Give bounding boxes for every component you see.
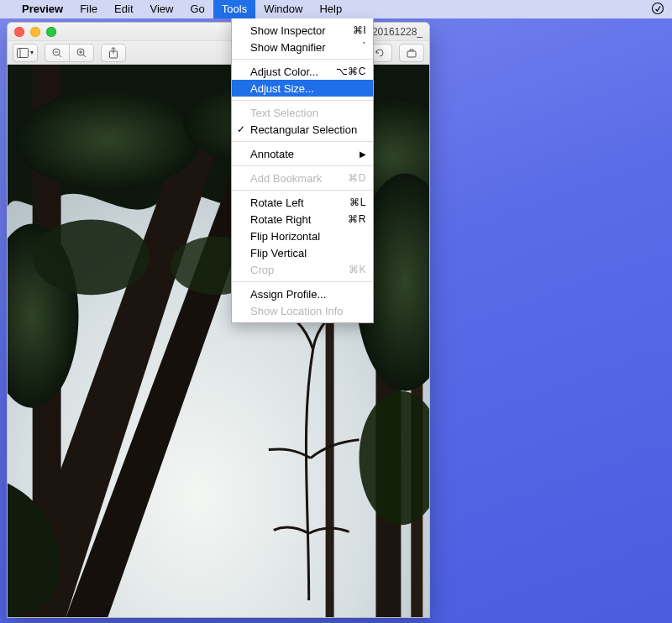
svg-point-25 bbox=[33, 219, 150, 295]
tools-dropdown-menu[interactable]: Show Inspector⌘IShow Magnifier`Adjust Co… bbox=[231, 18, 374, 323]
menu-separator bbox=[232, 281, 373, 282]
menu-item-shortcut: ⌘R bbox=[348, 213, 366, 225]
menu-item-label: Rectangular Selection bbox=[250, 123, 366, 136]
macos-menubar: PreviewFileEditViewGoToolsWindowHelp bbox=[0, 0, 672, 18]
menu-item-annotate[interactable]: Annotate▶ bbox=[232, 145, 373, 162]
menu-separator bbox=[232, 59, 373, 60]
chevron-down-icon: ▾ bbox=[30, 49, 34, 56]
svg-point-0 bbox=[653, 3, 664, 13]
menu-item-label: Show Location Info bbox=[250, 305, 366, 317]
menu-item-shortcut: ⌘D bbox=[348, 172, 366, 184]
menu-item-rotate-left[interactable]: Rotate Left⌘L bbox=[232, 194, 373, 211]
menu-separator bbox=[232, 165, 373, 166]
menu-item-rotate-right[interactable]: Rotate Right⌘R bbox=[232, 211, 373, 228]
markup-button[interactable] bbox=[399, 44, 424, 62]
menu-item-label: Annotate bbox=[250, 148, 360, 160]
menu-item-adjust-size[interactable]: Adjust Size... bbox=[232, 80, 373, 97]
menu-item-flip-horizontal[interactable]: Flip Horizontal bbox=[232, 228, 373, 244]
submenu-arrow-icon: ▶ bbox=[360, 149, 366, 159]
svg-line-4 bbox=[59, 55, 61, 57]
menu-item-show-location-info: Show Location Info bbox=[232, 302, 373, 319]
menu-item-show-magnifier[interactable]: Show Magnifier` bbox=[232, 39, 373, 55]
menu-item-label: Show Magnifier bbox=[250, 41, 363, 54]
menu-item-shortcut: ` bbox=[363, 41, 367, 53]
menubar-item-tools[interactable]: Tools bbox=[213, 0, 255, 18]
svg-point-20 bbox=[16, 90, 200, 191]
menu-item-add-bookmark: Add Bookmark⌘D bbox=[232, 170, 373, 186]
checkmark-icon: ✓ bbox=[237, 123, 245, 135]
siri-icon[interactable] bbox=[650, 2, 665, 18]
svg-line-7 bbox=[83, 55, 86, 57]
menu-item-label: Add Bookmark bbox=[250, 172, 348, 185]
close-button[interactable] bbox=[14, 27, 24, 37]
menubar-item-window[interactable]: Window bbox=[255, 0, 311, 18]
menu-item-shortcut: ⌘K bbox=[349, 264, 366, 275]
menubar-item-view[interactable]: View bbox=[142, 0, 182, 18]
menu-separator bbox=[232, 190, 373, 191]
share-button[interactable] bbox=[101, 44, 126, 62]
menu-item-label: Flip Vertical bbox=[250, 247, 366, 259]
menu-item-label: Adjust Size... bbox=[250, 82, 366, 95]
sidebar-button[interactable]: ▾ bbox=[13, 44, 38, 62]
menu-item-crop: Crop⌘K bbox=[232, 261, 373, 278]
menu-item-rectangular-selection[interactable]: ✓Rectangular Selection bbox=[232, 121, 373, 138]
menu-item-label: Adjust Color... bbox=[250, 65, 336, 78]
minimize-button[interactable] bbox=[30, 27, 40, 37]
menu-item-shortcut: ⌥⌘C bbox=[336, 65, 366, 77]
menubar-item-file[interactable]: File bbox=[71, 0, 106, 18]
menu-item-shortcut: ⌘I bbox=[353, 24, 366, 36]
menubar-item-edit[interactable]: Edit bbox=[106, 0, 141, 18]
menu-item-label: Rotate Right bbox=[250, 213, 348, 226]
zoom-in-button[interactable] bbox=[69, 44, 94, 62]
svg-rect-12 bbox=[407, 51, 416, 57]
menu-item-show-inspector[interactable]: Show Inspector⌘I bbox=[232, 22, 373, 39]
menu-item-label: Rotate Left bbox=[250, 196, 349, 209]
menu-item-label: Show Inspector bbox=[250, 24, 353, 37]
menu-item-label: Crop bbox=[250, 264, 349, 276]
menu-item-label: Assign Profile... bbox=[250, 288, 366, 301]
menu-item-label: Flip Horizontal bbox=[250, 230, 366, 243]
menu-item-shortcut: ⌘L bbox=[349, 196, 366, 208]
zoom-out-button[interactable] bbox=[45, 44, 70, 62]
menu-item-text-selection: Text Selection bbox=[232, 104, 373, 121]
menu-separator bbox=[232, 141, 373, 142]
menubar-item-preview[interactable]: Preview bbox=[13, 0, 71, 18]
menubar-item-go[interactable]: Go bbox=[181, 0, 213, 18]
document-title: 20161228_ bbox=[372, 26, 423, 38]
traffic-lights bbox=[14, 27, 56, 37]
menu-item-flip-vertical[interactable]: Flip Vertical bbox=[232, 244, 373, 261]
menu-item-label: Text Selection bbox=[250, 107, 366, 119]
svg-rect-1 bbox=[18, 48, 29, 57]
menubar-item-help[interactable]: Help bbox=[311, 0, 350, 18]
menu-separator bbox=[232, 100, 373, 101]
maximize-button[interactable] bbox=[46, 27, 56, 37]
menu-item-adjust-color[interactable]: Adjust Color...⌥⌘C bbox=[232, 63, 373, 80]
menu-item-assign-profile[interactable]: Assign Profile... bbox=[232, 285, 373, 302]
